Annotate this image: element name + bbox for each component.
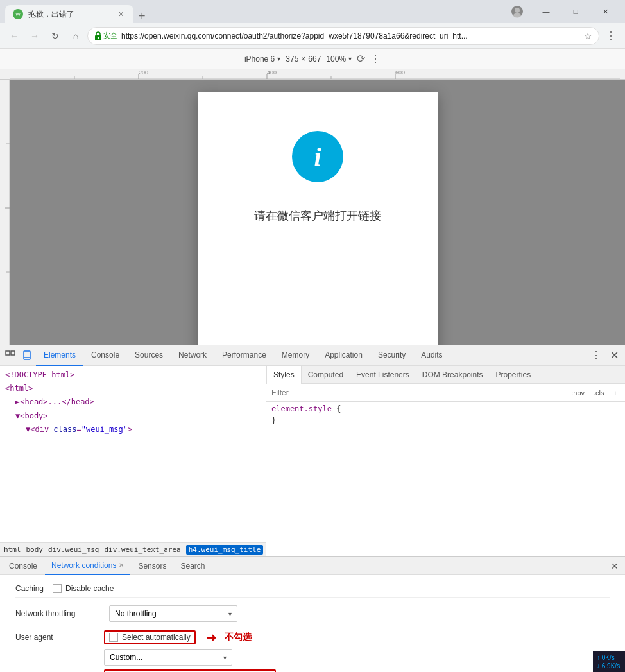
- phone-content: i 请在微信客户端打开链接: [198, 92, 438, 345]
- address-bar[interactable]: 安全 https://open.weixin.qq.com/connect/oa…: [87, 27, 599, 45]
- tab-close-button[interactable]: ✕: [116, 9, 126, 19]
- dimensions-display: 375 × 667: [286, 55, 321, 64]
- cls-button[interactable]: .cls: [591, 388, 607, 398]
- throttle-select[interactable]: No throttling ▾: [109, 605, 237, 622]
- styles-tab-props[interactable]: Properties: [489, 366, 537, 384]
- dom-line: ▼<div class="weui_msg">: [5, 423, 261, 436]
- styles-tab-computed[interactable]: Computed: [302, 366, 350, 384]
- breadcrumb-html[interactable]: html: [4, 546, 21, 554]
- security-label: 安全: [103, 31, 117, 40]
- close-button[interactable]: ✕: [590, 0, 620, 23]
- console-close-button[interactable]: ✕: [607, 561, 622, 571]
- breadcrumb-div-text[interactable]: div.weui_text_area: [104, 546, 180, 554]
- styles-filter-input[interactable]: [271, 388, 565, 397]
- inspect-element-button[interactable]: [3, 348, 18, 363]
- viewport-content: i 请在微信客户端打开链接: [10, 80, 625, 345]
- styles-tab-styles[interactable]: Styles: [266, 366, 302, 384]
- caching-row: Caching Disable cache: [15, 583, 610, 598]
- tab-network[interactable]: Network: [171, 345, 214, 366]
- user-agent-label: User agent: [15, 633, 99, 642]
- info-icon: i: [314, 142, 321, 172]
- tab-sources[interactable]: Sources: [127, 345, 171, 366]
- console-tab-search[interactable]: Search: [174, 557, 211, 575]
- ruler-vertical: [0, 80, 10, 345]
- tab-performance[interactable]: Performance: [214, 345, 274, 366]
- active-tab[interactable]: W 抱歉，出错了 ✕: [5, 5, 133, 23]
- css-brace: {: [336, 404, 341, 413]
- device-name: iPhone 6: [244, 55, 275, 64]
- disable-cache-label: Disable cache: [65, 584, 114, 593]
- device-toolbar: iPhone 6 ▾ 375 × 667 100% ▾ ⟳ ⋮: [0, 49, 625, 69]
- select-auto-checkbox[interactable]: [109, 633, 118, 642]
- console-tab-sensors[interactable]: Sensors: [132, 557, 173, 575]
- maximize-button[interactable]: □: [561, 0, 590, 23]
- home-button[interactable]: ⌂: [67, 27, 85, 45]
- viewport-width: 375: [286, 55, 298, 64]
- more-device-button[interactable]: ⋮: [370, 53, 381, 65]
- new-tab-button[interactable]: +: [133, 10, 151, 23]
- svg-point-4: [513, 13, 521, 18]
- styles-tab-dom-bp[interactable]: DOM Breakpoints: [416, 366, 490, 384]
- dom-tag: <!DOCTYPE html>: [5, 370, 74, 379]
- ruler-marks: 200 400 600: [10, 69, 620, 80]
- console-tab-network-conditions[interactable]: Network conditions ✕: [45, 557, 130, 575]
- breadcrumb-body[interactable]: body: [26, 546, 44, 554]
- dom-val: "weui_msg": [81, 425, 128, 434]
- styles-tabs: Styles Computed Event Listeners DOM Brea…: [266, 366, 625, 384]
- svg-point-6: [98, 37, 99, 38]
- breadcrumb-div-weui[interactable]: div.weui_msg: [48, 546, 99, 554]
- tab-memory[interactable]: Memory: [274, 345, 317, 366]
- tab-area: W 抱歉，出错了 ✕ +: [5, 0, 503, 23]
- devtools-toolbar: Elements Console Sources Network Perform…: [0, 345, 625, 366]
- ua-custom-select[interactable]: Custom... ▾: [104, 649, 232, 666]
- console-tab-console[interactable]: Console: [3, 557, 44, 575]
- back-button[interactable]: ←: [5, 27, 23, 45]
- zoom-selector[interactable]: 100% ▾: [326, 55, 352, 64]
- console-area: Console Network conditions ✕ Sensors Sea…: [0, 556, 625, 672]
- tab-elements[interactable]: Elements: [36, 345, 83, 366]
- profile-button[interactable]: [506, 0, 529, 23]
- devtools-more-button[interactable]: ⋮: [587, 349, 605, 361]
- rotate-button[interactable]: ⟳: [357, 53, 365, 65]
- styles-content: element.style { }: [266, 402, 625, 556]
- download-speed: ↓ 6.9K/s: [597, 662, 621, 669]
- device-emulation-button[interactable]: [19, 348, 35, 363]
- svg-text:W: W: [15, 12, 21, 17]
- zoom-dropdown-icon[interactable]: ▾: [348, 55, 352, 62]
- tab-application[interactable]: Application: [317, 345, 370, 366]
- network-conditions-panel: Caching Disable cache Network throttling…: [5, 578, 620, 672]
- css-brace-close: }: [271, 416, 276, 425]
- minimize-button[interactable]: —: [531, 0, 561, 23]
- device-dropdown-icon[interactable]: ▾: [277, 55, 280, 62]
- add-style-button[interactable]: +: [611, 388, 620, 398]
- forward-button[interactable]: →: [26, 27, 44, 45]
- bookmark-button[interactable]: ☆: [584, 31, 592, 41]
- ruler-marks-vertical: [0, 80, 10, 345]
- styles-tab-event[interactable]: Event Listeners: [350, 366, 416, 384]
- styles-filter-bar: :hov .cls +: [266, 384, 625, 402]
- hov-button[interactable]: :hov: [569, 388, 587, 398]
- tab-audits[interactable]: Audits: [413, 345, 450, 366]
- breadcrumb-selected[interactable]: h4.weui_msg_title: [186, 545, 264, 555]
- select-auto-label: Select automatically: [122, 633, 191, 642]
- devtools-panel: Elements Console Sources Network Perform…: [0, 345, 625, 556]
- disable-cache-checkbox[interactable]: [53, 584, 62, 593]
- tab-security[interactable]: Security: [370, 345, 413, 366]
- tab-console[interactable]: Console: [83, 345, 127, 366]
- breadcrumb-bar: html body div.weui_msg div.weui_text_are…: [0, 542, 266, 556]
- caching-label: Caching: [15, 584, 44, 593]
- device-selector[interactable]: iPhone 6 ▾: [244, 55, 280, 64]
- network-speed-overlay: ↑ 0K/s ↓ 6.9K/s: [593, 651, 625, 672]
- console-tab-close[interactable]: ✕: [119, 562, 124, 569]
- more-options-button[interactable]: ⋮: [602, 27, 620, 45]
- devtools-close-button[interactable]: ✕: [606, 349, 622, 361]
- devtools-body: <!DOCTYPE html> <html> ►<head>...</head>…: [0, 366, 625, 556]
- console-content: Caching Disable cache Network throttling…: [0, 575, 625, 672]
- console-tabs-bar: Console Network conditions ✕ Sensors Sea…: [0, 557, 625, 575]
- svg-rect-23: [24, 351, 30, 359]
- upload-speed: ↑ 0K/s: [597, 654, 621, 661]
- dom-attr: class: [53, 425, 76, 434]
- throttling-label: Network throttling: [15, 609, 99, 618]
- reload-button[interactable]: ↻: [46, 27, 64, 45]
- title-bar: W 抱歉，出错了 ✕ + — □ ✕: [0, 0, 625, 23]
